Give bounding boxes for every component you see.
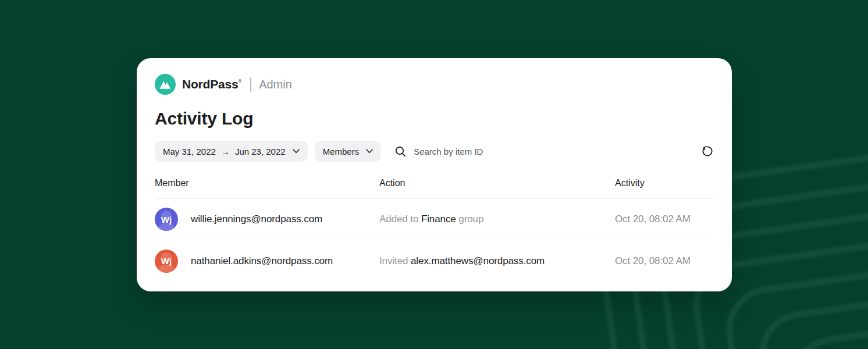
members-filter[interactable]: Members [315, 141, 382, 162]
action-suffix: group [456, 213, 484, 225]
search-group [395, 146, 700, 157]
date-range-end: Jun 23, 2022 [235, 147, 286, 156]
column-header-activity: Activity [615, 178, 714, 188]
table-row: Wj willie.jennings@nordpass.com Added to… [155, 199, 714, 240]
table-header-row: Member Action Activity [155, 173, 714, 199]
refresh-icon [701, 145, 713, 157]
column-header-action: Action [379, 178, 615, 188]
avatar: Wj [155, 250, 178, 273]
action-cell: Added to Finance group [379, 213, 615, 225]
table-row: Wj nathaniel.adkins@nordpass.com Invited… [155, 240, 714, 282]
activity-log-card: NordPass® Admin Activity Log May 31, 202… [137, 58, 732, 291]
brand-name: NordPass® [182, 77, 241, 91]
page-background: NordPass® Admin Activity Log May 31, 202… [0, 0, 868, 349]
date-range-arrow-icon: → [221, 147, 230, 156]
activity-timestamp: Oct 20, 08:02 AM [615, 255, 714, 267]
member-cell: Wj nathaniel.adkins@nordpass.com [155, 250, 379, 273]
brand-divider [250, 77, 251, 92]
member-email: willie.jennings@nordpass.com [191, 213, 322, 225]
members-filter-label: Members [323, 147, 360, 156]
avatar-initials: Wj [161, 256, 172, 266]
chevron-down-icon [366, 149, 373, 154]
activity-timestamp: Oct 20, 08:02 AM [615, 213, 714, 225]
date-range-start: May 31, 2022 [163, 147, 216, 156]
nordpass-logo-icon [155, 74, 176, 95]
refresh-button[interactable] [700, 144, 714, 158]
member-email: nathaniel.adkins@nordpass.com [191, 255, 333, 267]
action-prefix: Invited [379, 255, 411, 266]
search-input[interactable] [414, 147, 600, 156]
registered-mark: ® [238, 79, 241, 84]
date-range-filter[interactable]: May 31, 2022 → Jun 23, 2022 [155, 141, 308, 162]
action-cell: Invited alex.matthews@nordpass.com [379, 255, 615, 267]
avatar: Wj [155, 208, 178, 231]
brand-header: NordPass® Admin [155, 74, 714, 95]
brand-context-label: Admin [259, 78, 292, 91]
member-cell: Wj willie.jennings@nordpass.com [155, 208, 379, 231]
activity-table: Member Action Activity Wj willie.jenning… [155, 173, 714, 282]
filter-row: May 31, 2022 → Jun 23, 2022 Members [155, 141, 714, 162]
page-title: Activity Log [155, 109, 714, 129]
action-highlight: alex.matthews@nordpass.com [411, 255, 545, 266]
column-header-member: Member [155, 178, 379, 188]
chevron-down-icon [293, 149, 300, 154]
action-prefix: Added to [379, 213, 421, 225]
action-highlight: Finance [421, 213, 456, 225]
avatar-initials: Wj [161, 215, 172, 225]
search-icon [395, 146, 406, 157]
